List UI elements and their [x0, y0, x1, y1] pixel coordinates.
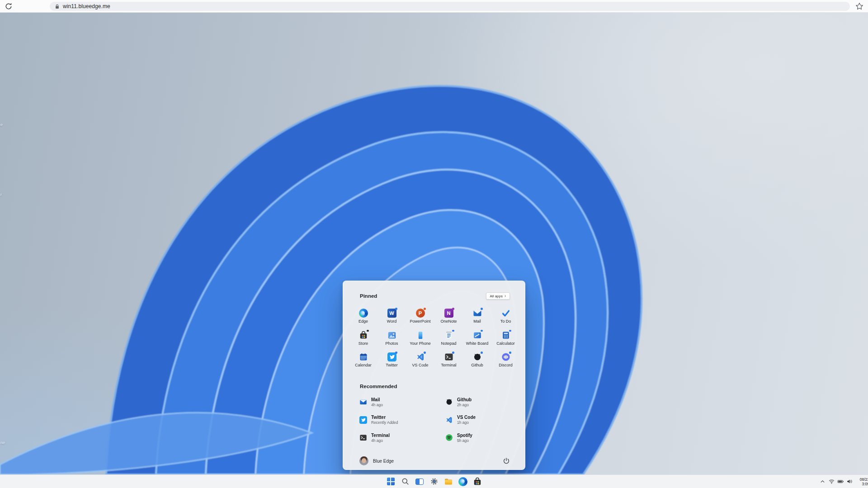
notification-dot — [395, 330, 397, 332]
pinned-app-label: Word — [387, 319, 396, 324]
all-apps-button[interactable]: All apps › — [486, 292, 510, 300]
pinned-app-word[interactable]: W Word — [377, 309, 406, 331]
browser-toolbar: win11.blueedge.me — [0, 0, 868, 13]
pinned-app-label: Github — [471, 363, 483, 367]
recommended-item-terminal[interactable]: Terminal 4h ago — [359, 429, 445, 447]
taskbar-start-button[interactable] — [385, 476, 396, 487]
pinned-app-vscode[interactable]: VS Code — [406, 352, 434, 375]
taskbar: 08/23 3:09 — [0, 474, 868, 488]
notification-dot — [509, 330, 511, 332]
recommended-item-vscode[interactable]: VS Code 1h ago — [445, 411, 509, 429]
desktop[interactable]: e r ne Pinned All apps › Edge W Word P — [0, 13, 868, 474]
clipped-desktop-icon-label[interactable]: r — [0, 192, 2, 197]
screen: win11.blueedge.me e r ne Pinned — [0, 0, 868, 488]
pinned-header: Pinned — [360, 293, 377, 299]
store-icon — [473, 477, 482, 486]
notification-dot — [395, 352, 397, 354]
recommended-title: Twitter — [371, 415, 398, 420]
pinned-app-powerpoint[interactable]: P PowerPoint — [406, 309, 434, 331]
recommended-item-spotify[interactable]: Spotify 5h ago — [445, 429, 509, 447]
pinned-app-twitter[interactable]: Twitter — [377, 352, 406, 375]
hidden-icons-chevron-icon[interactable] — [819, 478, 826, 485]
recommended-item-mail[interactable]: Mail 4h ago — [359, 393, 445, 411]
pinned-app-store[interactable]: Store — [349, 331, 377, 353]
vscode-icon — [416, 352, 425, 361]
notification-dot — [452, 330, 454, 332]
pinned-app-onenote[interactable]: N OneNote — [434, 309, 463, 331]
pinned-app-label: Notepad — [441, 341, 456, 346]
recommended-item-github[interactable]: Github 2h ago — [445, 393, 509, 411]
battery-icon[interactable] — [837, 478, 844, 485]
pinned-app-terminal[interactable]: Terminal — [434, 352, 463, 375]
recommended-title: Terminal — [371, 433, 390, 438]
recommended-grid: Mail 4h ago Github 2h ago — [359, 393, 509, 447]
pinned-app-label: Your Phone — [410, 341, 431, 346]
all-apps-label: All apps — [490, 294, 503, 298]
search-icon — [401, 477, 410, 486]
recommended-subtitle: 1h ago — [457, 420, 476, 425]
taskbar-task-view-button[interactable] — [414, 476, 425, 487]
pinned-app-todo[interactable]: To Do — [491, 309, 520, 331]
pinned-app-mail[interactable]: Mail — [463, 309, 491, 331]
pinned-app-label: Terminal — [441, 363, 456, 367]
recommended-subtitle: 4h ago — [371, 438, 390, 443]
notification-dot — [424, 352, 426, 354]
notification-dot — [395, 308, 397, 310]
user-profile-chip[interactable]: Blue Edge — [359, 456, 394, 465]
taskbar-search-button[interactable] — [400, 476, 410, 487]
pinned-app-your-phone[interactable]: Your Phone — [406, 331, 434, 353]
recommended-item-twitter[interactable]: Twitter Recently Added — [359, 411, 445, 429]
taskbar-file-explorer-button[interactable] — [443, 476, 454, 487]
store-icon — [359, 331, 368, 340]
taskbar-settings-button[interactable] — [429, 476, 439, 487]
pinned-app-calendar[interactable]: Calendar — [349, 352, 377, 375]
notification-dot — [509, 352, 511, 354]
edge-icon — [458, 477, 467, 486]
github-icon — [445, 398, 453, 406]
notification-dot — [452, 308, 454, 310]
pinned-app-github[interactable]: Github — [463, 352, 491, 375]
folder-icon — [444, 477, 453, 486]
taskbar-store-button[interactable] — [472, 476, 483, 487]
notepad-icon — [444, 331, 453, 340]
volume-icon[interactable] — [846, 478, 854, 485]
pinned-app-photos[interactable]: Photos — [377, 331, 406, 353]
taskbar-edge-button[interactable] — [458, 476, 468, 487]
recommended-title: VS Code — [457, 415, 476, 420]
start-menu-user-bar: Blue Edge — [343, 454, 525, 468]
pinned-app-edge[interactable]: Edge — [349, 309, 377, 331]
user-name: Blue Edge — [373, 459, 394, 464]
system-tray: 08/23 3:09 — [819, 475, 868, 488]
wifi-icon[interactable] — [828, 478, 835, 485]
mail-icon — [359, 398, 367, 406]
pinned-app-label: OneNote — [440, 319, 457, 324]
pinned-app-label: VS Code — [412, 363, 428, 367]
pinned-app-notepad[interactable]: Notepad — [434, 331, 463, 353]
bookmark-star-icon[interactable] — [855, 2, 864, 11]
tray-date: 08/23 — [856, 477, 868, 482]
pinned-app-discord[interactable]: Discord — [491, 352, 520, 375]
notification-dot — [481, 308, 483, 310]
mail-icon — [473, 309, 482, 318]
taskbar-center-icons — [385, 475, 483, 488]
pinned-app-label: PowerPoint — [410, 319, 430, 324]
pinned-app-whiteboard[interactable]: White Board — [463, 331, 491, 353]
clipped-desktop-icon-label[interactable]: ne — [0, 441, 5, 445]
pinned-app-label: Photos — [385, 341, 398, 346]
discord-icon — [501, 352, 510, 361]
pinned-app-label: Store — [359, 341, 368, 346]
clipped-desktop-icon-label[interactable]: e — [0, 122, 3, 127]
taskbar-clock[interactable]: 08/23 3:09 — [856, 477, 868, 486]
github-icon — [473, 352, 482, 361]
recommended-header: Recommended — [360, 384, 397, 389]
reload-icon[interactable] — [4, 2, 13, 11]
your-phone-icon — [416, 331, 425, 340]
pinned-app-label: Calculator — [496, 341, 515, 346]
pinned-app-label: To Do — [500, 319, 511, 324]
pinned-app-calculator[interactable]: Calculator — [491, 331, 520, 353]
power-icon[interactable] — [502, 457, 510, 465]
address-bar[interactable]: win11.blueedge.me — [50, 2, 850, 11]
recommended-title: Mail — [371, 397, 383, 403]
powerpoint-icon: P — [416, 309, 425, 318]
start-menu: Pinned All apps › Edge W Word P PowerPoi… — [343, 281, 525, 470]
